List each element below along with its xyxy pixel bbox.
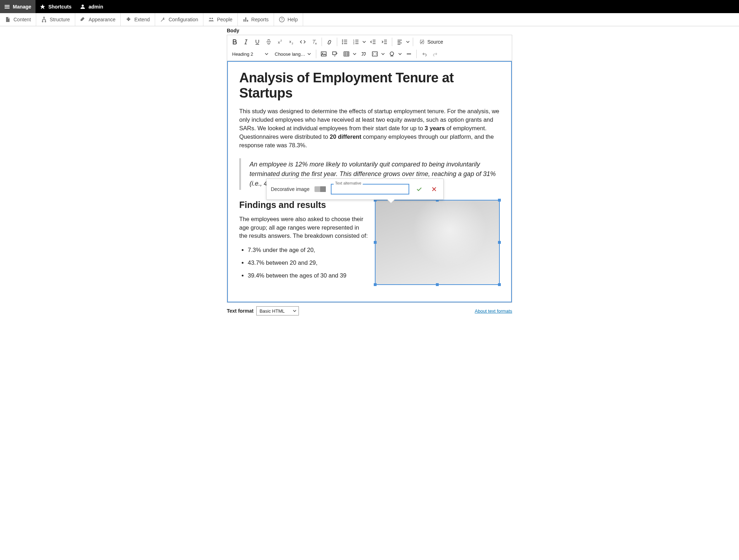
hamburger-icon — [4, 4, 10, 10]
manage-menu[interactable]: Manage — [0, 0, 35, 13]
separator — [413, 38, 413, 46]
link-button[interactable] — [324, 37, 335, 47]
resize-handle-ml[interactable] — [374, 241, 377, 244]
image-widget[interactable]: Decorative image Text alternative — [375, 200, 500, 285]
table-dropdown[interactable] — [352, 49, 357, 59]
special-char-button[interactable] — [387, 49, 397, 59]
list-item[interactable]: 7.3% under the age of 20, — [248, 246, 368, 254]
document-title[interactable]: Analysis of Employment Tenure at Startup… — [239, 70, 500, 101]
superscript-icon: x2 — [277, 39, 283, 45]
indent-icon — [381, 39, 388, 45]
resize-handle-mr[interactable] — [498, 241, 501, 244]
align-dropdown[interactable] — [405, 37, 411, 47]
special-char-dropdown[interactable] — [397, 49, 403, 59]
align-button[interactable] — [394, 37, 405, 47]
indent-button[interactable] — [379, 37, 390, 47]
codeblock-button[interactable] — [370, 49, 380, 59]
blockquote-button[interactable] — [358, 49, 369, 59]
underline-icon — [254, 39, 261, 45]
svg-text:2: 2 — [280, 39, 282, 42]
heading-dropdown[interactable]: Heading 2 — [229, 49, 271, 59]
numbered-list-dropdown[interactable] — [361, 37, 367, 47]
numbered-list-button[interactable]: 123 — [351, 37, 361, 47]
user-menu[interactable]: admin — [76, 0, 107, 13]
outdent-button[interactable] — [368, 37, 378, 47]
intro-paragraph[interactable]: This study was designed to determine the… — [239, 107, 500, 150]
table-button[interactable] — [341, 49, 352, 59]
resize-handle-tr[interactable] — [498, 199, 501, 202]
media-button[interactable] — [330, 49, 340, 59]
bold-button[interactable] — [229, 37, 240, 47]
table-icon — [343, 51, 350, 57]
check-icon — [416, 186, 422, 192]
list-item[interactable]: 43.7% between 20 and 29, — [248, 259, 368, 267]
source-label: Source — [427, 39, 443, 45]
image-button[interactable] — [318, 49, 329, 59]
close-icon — [431, 186, 437, 192]
text-alternative-input[interactable] — [331, 184, 409, 194]
image-frame[interactable] — [375, 200, 500, 285]
menu-reports[interactable]: Reports — [238, 13, 274, 26]
decorative-image-toggle[interactable] — [314, 186, 326, 192]
separator — [337, 38, 337, 46]
menu-configuration[interactable]: Configuration — [155, 13, 203, 26]
chevron-down-icon — [362, 40, 366, 44]
text-format-select[interactable]: Basic HTML — [256, 306, 299, 315]
media-icon — [332, 51, 338, 57]
subscript-icon: x2 — [288, 39, 295, 45]
decorative-image-label: Decorative image — [271, 186, 310, 192]
about-text-formats-link[interactable]: About text formats — [475, 308, 513, 314]
svg-rect-12 — [321, 52, 326, 56]
help-icon: ? — [279, 17, 285, 22]
user-label: admin — [88, 4, 103, 10]
menu-appearance[interactable]: Appearance — [75, 13, 121, 26]
menu-reports-label: Reports — [251, 17, 269, 22]
link-icon — [326, 39, 333, 45]
omega-icon — [389, 51, 395, 57]
horizontal-rule-button[interactable] — [404, 49, 414, 59]
chevron-down-icon — [293, 309, 296, 313]
strikethrough-button[interactable] — [263, 37, 274, 47]
findings-paragraph[interactable]: The employees were also asked to choose … — [239, 215, 368, 241]
chevron-down-icon — [307, 52, 311, 56]
image-placeholder — [376, 201, 499, 284]
superscript-button[interactable]: x2 — [275, 37, 285, 47]
svg-text:x: x — [278, 40, 280, 44]
remove-format-button[interactable] — [309, 37, 319, 47]
menu-help[interactable]: ? Help — [274, 13, 303, 26]
svg-rect-15 — [344, 52, 349, 56]
source-button[interactable]: Source — [415, 37, 447, 47]
list-item[interactable]: 39.4% between the ages of 30 and 39 — [248, 271, 368, 280]
code-button[interactable] — [297, 37, 308, 47]
intro-bold-1: 3 years — [425, 125, 445, 131]
findings-list[interactable]: 7.3% under the age of 20, 43.7% between … — [239, 246, 368, 280]
svg-point-8 — [342, 43, 343, 44]
editor-content[interactable]: Analysis of Employment Tenure at Startup… — [227, 61, 512, 302]
resize-handle-br[interactable] — [498, 283, 501, 286]
redo-button[interactable] — [430, 49, 441, 59]
undo-button[interactable] — [419, 49, 429, 59]
balloon-cancel-button[interactable] — [429, 184, 439, 194]
codeblock-dropdown[interactable] — [380, 49, 386, 59]
italic-button[interactable] — [241, 37, 251, 47]
menu-content-label: Content — [13, 17, 31, 22]
menu-content[interactable]: Content — [0, 13, 36, 26]
italic-icon — [243, 39, 249, 45]
chevron-down-icon — [381, 52, 385, 56]
menu-people[interactable]: People — [203, 13, 238, 26]
language-dropdown-label: Choose lang… — [275, 51, 305, 57]
menu-configuration-label: Configuration — [169, 17, 198, 22]
balloon-accept-button[interactable] — [414, 184, 424, 194]
bullet-list-button[interactable] — [339, 37, 350, 47]
remove-format-icon — [311, 39, 317, 45]
language-dropdown[interactable]: Choose lang… — [272, 49, 314, 59]
subscript-button[interactable]: x2 — [286, 37, 297, 47]
menu-extend[interactable]: Extend — [121, 13, 155, 26]
underline-button[interactable] — [252, 37, 263, 47]
chevron-down-icon — [406, 40, 410, 44]
resize-handle-mb[interactable] — [436, 283, 439, 286]
structure-icon — [41, 17, 47, 22]
resize-handle-bl[interactable] — [374, 283, 377, 286]
menu-structure[interactable]: Structure — [36, 13, 75, 26]
shortcuts-menu[interactable]: Shortcuts — [35, 0, 76, 13]
